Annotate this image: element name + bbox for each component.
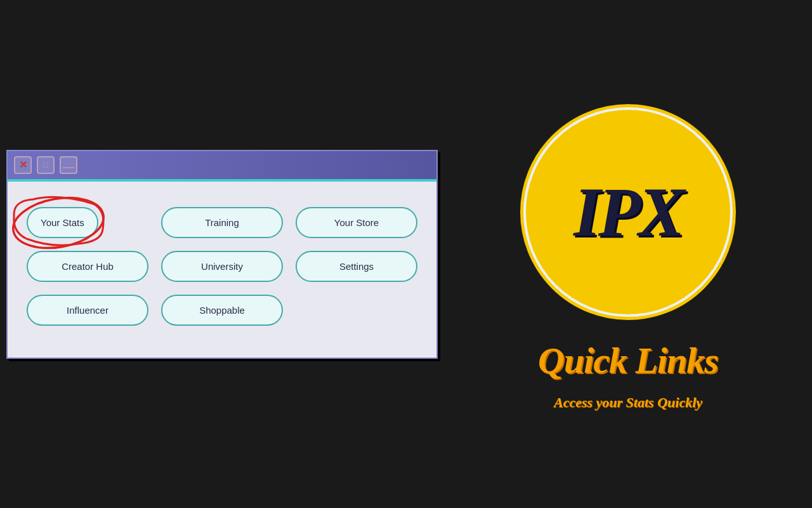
minimize-icon: — [63,161,74,173]
shoppable-button[interactable]: Shoppable [161,295,283,326]
creator-hub-button[interactable]: Creator Hub [27,251,148,282]
university-button[interactable]: University [161,251,283,282]
maximize-icon: □ [43,160,48,170]
influencer-button[interactable]: Influencer [27,295,148,326]
your-stats-button[interactable]: Your Stats [27,207,98,238]
close-icon: ✕ [19,159,27,171]
quick-links-title: Quick Links [538,339,718,382]
minimize-button[interactable]: — [60,156,77,174]
ipx-logo-outer: IPX [514,98,742,326]
window-area: ✕ □ — Your Stats [0,0,444,508]
button-grid: Your Stats Training Your Store Creator H… [27,207,417,326]
window-body: Your Stats Training Your Store Creator H… [8,179,436,358]
maximize-button[interactable]: □ [37,156,55,174]
app-window: ✕ □ — Your Stats [6,150,438,359]
settings-button[interactable]: Settings [296,251,417,282]
your-store-button[interactable]: Your Store [296,207,417,238]
empty-cell [296,295,417,326]
your-stats-wrapper: Your Stats [27,207,148,238]
quick-links-subtitle: Access your Stats Quickly [554,394,702,411]
ipx-logo-inner: IPX [523,107,733,317]
ipx-logo-text: IPX [573,177,682,247]
title-bar: ✕ □ — [8,151,436,179]
close-button[interactable]: ✕ [14,156,32,174]
training-button[interactable]: Training [161,207,283,238]
logo-area: IPX Quick Links Access your Stats Quickl… [444,0,812,508]
